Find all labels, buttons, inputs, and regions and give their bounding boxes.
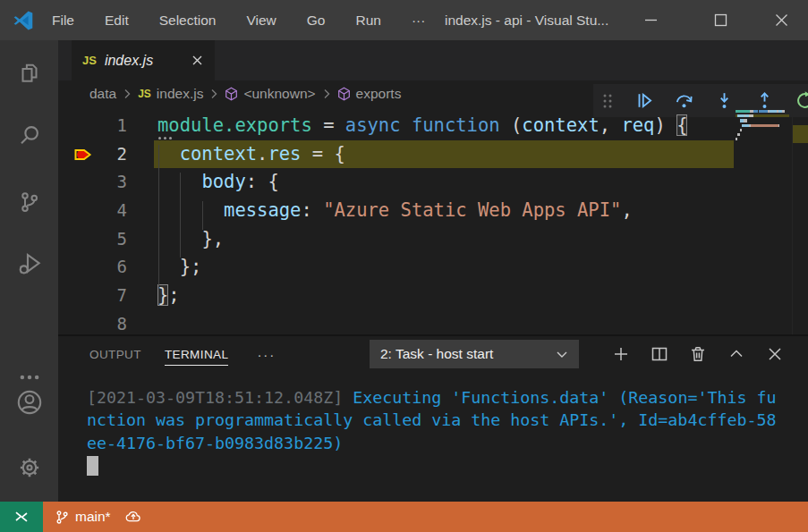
accounts-icon[interactable]: [0, 384, 58, 420]
vscode-logo-icon: [12, 9, 35, 32]
breadcrumb-separator: [322, 89, 331, 99]
panel-header: OUTPUTTERMINAL ··· 2: Task - host start: [58, 336, 808, 372]
line-number: 6: [91, 253, 127, 282]
line-number: 8: [91, 310, 127, 334]
close-button[interactable]: [761, 0, 802, 40]
breadcrumb-item-unknown[interactable]: <unknown>: [225, 86, 315, 102]
indent-guide: [180, 173, 181, 258]
line-number: 4: [91, 197, 127, 225]
git-branch-label: main*: [75, 509, 111, 525]
terminal-line: nction was programmatically called via t…: [87, 409, 808, 431]
git-branch-item[interactable]: main*: [55, 509, 111, 525]
menu-run[interactable]: Run: [340, 0, 395, 40]
search-icon[interactable]: [0, 117, 58, 153]
run-and-debug-icon[interactable]: [0, 246, 58, 282]
close-panel-icon[interactable]: [765, 344, 785, 364]
line-number: 7: [91, 282, 127, 310]
menu-more[interactable]: ···: [396, 0, 441, 40]
breadcrumb-label: index.js: [157, 86, 204, 102]
bottom-panel: OUTPUTTERMINAL ··· 2: Task - host start: [58, 334, 808, 502]
panel-tab-terminal[interactable]: TERMINAL: [165, 336, 228, 372]
menu-view[interactable]: View: [231, 0, 291, 40]
menu-bar: FileEditSelectionViewGoRun···: [37, 0, 440, 40]
minimize-button[interactable]: [630, 0, 671, 40]
window-title: index.js - api - Visual Stu...: [445, 13, 651, 29]
status-bar: main*: [0, 502, 808, 532]
maximize-panel-chevron-icon[interactable]: [727, 344, 746, 364]
indent-guide: [158, 145, 159, 287]
minimap-line: [736, 119, 789, 122]
code-line-1[interactable]: 1module.exports = async function (contex…: [58, 112, 808, 140]
menu-go[interactable]: Go: [292, 0, 341, 40]
tab-close-icon[interactable]: [191, 54, 204, 67]
minimap-line: [736, 124, 789, 127]
code-editor[interactable]: 1module.exports = async function (contex…: [58, 107, 808, 334]
symbol-namespace-icon: [225, 87, 238, 101]
breadcrumb-item-index-js[interactable]: JSindex.js: [138, 86, 203, 102]
line-number: 3: [91, 168, 127, 197]
source-control-icon[interactable]: [0, 184, 58, 220]
code-line-3[interactable]: 3 body: {: [58, 168, 808, 197]
git-branch-icon: [55, 510, 70, 525]
publish-cloud-icon[interactable]: [123, 507, 143, 527]
minimap[interactable]: [734, 107, 793, 334]
breadcrumb-item-exports[interactable]: exports: [337, 86, 402, 102]
indent-guide: [202, 201, 203, 230]
maximize-button[interactable]: [700, 0, 741, 40]
overview-ruler: [792, 107, 808, 334]
js-file-icon: JS: [138, 88, 151, 100]
overview-ruler-marker: [793, 125, 808, 143]
kill-terminal-trash-icon[interactable]: [688, 344, 708, 364]
line-number: 2: [91, 140, 127, 169]
code-text: module.exports = async function (context…: [157, 112, 687, 140]
code-line-5[interactable]: 5 },: [58, 225, 808, 254]
split-terminal-icon[interactable]: [650, 344, 669, 364]
breadcrumb-item-data[interactable]: data: [89, 86, 116, 102]
code-text: body: {: [157, 168, 279, 197]
minimap-line: [736, 133, 789, 136]
code-line-4[interactable]: 4 message: "Azure Static Web Apps API",: [58, 197, 808, 225]
breadcrumb-separator: [209, 89, 218, 99]
terminal-picker-dropdown[interactable]: 2: Task - host start: [370, 340, 579, 368]
panel-actions: [611, 336, 785, 372]
terminal-cursor: [87, 456, 98, 476]
chevron-right-icon: [209, 89, 218, 99]
chevron-down-icon: [556, 350, 568, 359]
tab-label: index.js: [105, 53, 153, 69]
menu-edit[interactable]: Edit: [89, 0, 144, 40]
chevron-right-icon: [322, 89, 331, 99]
terminal-line: [2021-03-09T18:51:12.048Z] Executing 'Fu…: [87, 386, 808, 409]
vscode-window: FileEditSelectionViewGoRun··· index.js -…: [0, 0, 808, 532]
panel-more-actions[interactable]: ···: [257, 347, 276, 362]
code-line-8[interactable]: 8: [58, 310, 808, 334]
minimap-line: [736, 129, 789, 131]
explorer-icon[interactable]: [0, 55, 58, 91]
symbol-namespace-icon: [337, 87, 351, 101]
line-number: 5: [91, 225, 127, 254]
panel-tab-output[interactable]: OUTPUT: [89, 336, 141, 372]
code-text: },: [157, 225, 224, 254]
terminal-picker-value: 2: Task - host start: [380, 346, 493, 362]
code-text: message: "Azure Static Web Apps API",: [157, 197, 633, 225]
code-line-6[interactable]: 6 };: [58, 253, 808, 282]
minimap-line: [736, 110, 789, 113]
terminal-lines: [2021-03-09T18:51:12.048Z] Executing 'Fu…: [58, 372, 808, 454]
menu-file[interactable]: File: [37, 0, 89, 40]
tab-index-js[interactable]: JS index.js: [72, 40, 215, 80]
new-terminal-icon[interactable]: [611, 344, 631, 364]
terminal-line: ee-4176-bf67-b0983d83b225): [87, 432, 808, 454]
settings-gear-icon[interactable]: [0, 450, 58, 486]
code-line-2[interactable]: 2 context.res = {: [58, 140, 808, 169]
code-line-7[interactable]: 7};: [58, 282, 808, 310]
code-text: };: [157, 282, 180, 310]
panel-tabs: OUTPUTTERMINAL: [89, 336, 251, 372]
remote-icon: [13, 508, 30, 526]
minimap-rows: [736, 110, 789, 148]
remote-indicator[interactable]: [0, 502, 43, 532]
minimap-line: [736, 114, 789, 117]
minimap-line: [736, 138, 789, 140]
terminal-output[interactable]: [2021-03-09T18:51:12.048Z] Executing 'Fu…: [58, 372, 808, 502]
editor-tab-bar: JS index.js: [58, 40, 808, 80]
js-file-icon: JS: [82, 54, 97, 67]
menu-selection[interactable]: Selection: [144, 0, 232, 40]
